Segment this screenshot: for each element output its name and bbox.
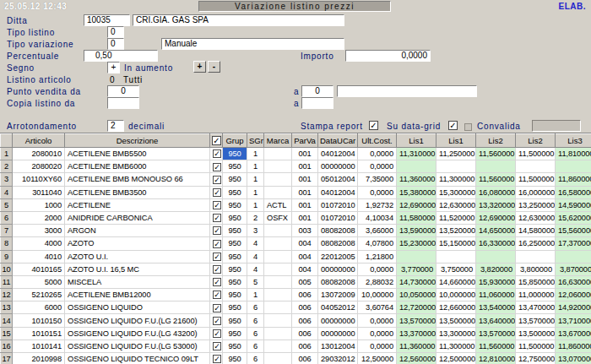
tipo-listino-field[interactable]: 0	[107, 26, 124, 38]
cell-lis1b[interactable]: 13,500000	[436, 314, 476, 327]
cell-sgr[interactable]: 6	[247, 314, 264, 327]
cell-lis2a[interactable]: 13,320000	[476, 198, 516, 211]
cell-lis1a[interactable]	[397, 250, 436, 263]
cell-lis1b[interactable]	[436, 160, 476, 173]
cell-lis3a[interactable]	[556, 250, 591, 263]
cell-marca[interactable]	[264, 263, 292, 275]
cell-lis2a[interactable]: 11,560000	[476, 173, 516, 186]
cell-articolo[interactable]: 1010141	[13, 340, 65, 352]
cell-articolo[interactable]: 6000	[13, 302, 65, 314]
cell-lis2a[interactable]: 16,080000	[476, 186, 516, 198]
cell-lis2a[interactable]: 14,650000	[476, 225, 516, 237]
cell-lis2b[interactable]: 11,500000	[516, 173, 556, 186]
cell-parva[interactable]: 004	[292, 263, 318, 275]
cell-data[interactable]: 08082008	[318, 225, 358, 237]
segno-plus-button[interactable]: +	[193, 61, 206, 73]
cell-ult[interactable]: 0,0000	[358, 314, 397, 327]
cell-ult[interactable]: 0,0000	[358, 263, 397, 275]
cell-lis1a[interactable]: 12,720000	[397, 302, 436, 314]
cell-marca[interactable]	[264, 353, 292, 364]
cell-lis1a[interactable]: 3,770000	[397, 263, 436, 275]
cell-desc[interactable]: AZOTO U.I.	[65, 250, 210, 263]
cell-chk[interactable]	[210, 160, 223, 173]
cell-grup[interactable]: 950	[223, 225, 247, 237]
cell-parva[interactable]: 004	[292, 237, 318, 250]
cell-desc[interactable]: ACETILENE BMB3500	[65, 186, 210, 198]
cell-lis3a[interactable]: 13,070000	[556, 353, 591, 364]
cell-parva[interactable]: 006	[292, 327, 318, 340]
cell-lis2b[interactable]: 3,800000	[516, 263, 556, 275]
cell-lis2b[interactable]: 11,000000	[516, 289, 556, 302]
cell-n[interactable]: 9	[1, 250, 13, 263]
cell-articolo[interactable]: 1000	[13, 198, 65, 211]
row-checkbox[interactable]	[213, 304, 221, 312]
cell-grup[interactable]: 950	[223, 327, 247, 340]
cell-lis2b[interactable]: 16,250000	[516, 237, 556, 250]
cell-marca[interactable]	[264, 275, 292, 288]
cell-grup[interactable]: 950	[223, 211, 247, 224]
cell-grup[interactable]: 950	[223, 302, 247, 314]
cell-desc[interactable]: ACETILENE BMB5500	[65, 148, 210, 160]
cell-lis2b[interactable]	[516, 250, 556, 263]
cell-sgr[interactable]: 1	[247, 148, 264, 160]
cell-lis2a[interactable]: 15,930000	[476, 275, 516, 288]
cell-ult[interactable]: 4,07800	[358, 237, 397, 250]
cell-desc[interactable]: OSSIGENO LIQUIDO F.U.(LG 21600)	[65, 314, 210, 327]
cell-parva[interactable]: 001	[292, 198, 318, 211]
cell-sgr[interactable]: 1	[247, 198, 264, 211]
cell-desc[interactable]: OSSIGENO LIQUIDO	[65, 302, 210, 314]
cell-desc[interactable]: ACETILENE BMB6000	[65, 160, 210, 173]
cell-lis2b[interactable]: 16,000000	[516, 186, 556, 198]
cell-ult[interactable]: 1,92732	[358, 198, 397, 211]
punto-vendita-desc-field[interactable]	[337, 85, 477, 97]
cell-marca[interactable]	[264, 225, 292, 237]
cell-lis2b[interactable]	[516, 160, 556, 173]
cell-ult[interactable]: 10,00000	[358, 289, 397, 302]
cell-lis3a[interactable]: 13,670000	[556, 327, 591, 340]
cell-n[interactable]: 14	[1, 314, 13, 327]
cell-lis1a[interactable]: 11,360000	[397, 340, 436, 352]
cell-data[interactable]: 29032012	[318, 353, 358, 364]
cell-lis1a[interactable]: 10,050000	[397, 289, 436, 302]
cell-n[interactable]: 12	[1, 289, 13, 302]
cell-data[interactable]: 00000000	[318, 160, 358, 173]
cell-ult[interactable]: 0,0000	[358, 160, 397, 173]
cell-lis3a[interactable]: 15,560000	[556, 225, 591, 237]
cell-chk[interactable]	[210, 148, 223, 160]
cell-lis2b[interactable]: 14,580000	[516, 225, 556, 237]
cell-lis3a[interactable]: 13,710000	[556, 314, 591, 327]
cell-marca[interactable]	[264, 250, 292, 263]
cell-data[interactable]: 08082008	[318, 275, 358, 288]
cell-sgr[interactable]: 4	[247, 263, 264, 275]
cell-grup[interactable]: 950	[223, 198, 247, 211]
cell-lis2b[interactable]: 13,570000	[516, 314, 556, 327]
punto-vendita-a-field[interactable]: 0	[301, 85, 333, 97]
segno-field[interactable]: +	[107, 62, 120, 73]
cell-lis3a[interactable]: 15,620000	[556, 211, 591, 224]
cell-grup[interactable]: 950	[223, 148, 247, 160]
cell-data[interactable]: 05012004	[318, 173, 358, 186]
cell-data[interactable]: 01072010	[318, 211, 358, 224]
cell-marca[interactable]	[264, 237, 292, 250]
cell-parva[interactable]: 003	[292, 225, 318, 237]
cell-grup[interactable]: 950	[223, 160, 247, 173]
cell-ult[interactable]: 7,35000	[358, 173, 397, 186]
cell-ult[interactable]: 4,10034	[358, 211, 397, 224]
row-checkbox[interactable]	[213, 176, 221, 184]
cell-data[interactable]: 04012004	[318, 148, 358, 160]
cell-chk[interactable]	[210, 314, 223, 327]
cell-lis3a[interactable]: 14,590000	[556, 198, 591, 211]
cell-articolo[interactable]: 1010151	[13, 327, 65, 340]
cell-grup[interactable]: 950	[223, 314, 247, 327]
cell-articolo[interactable]: 5210265	[13, 289, 65, 302]
cell-chk[interactable]	[210, 353, 223, 364]
row-checkbox[interactable]	[213, 163, 221, 171]
cell-lis3a[interactable]: 17,370000	[556, 237, 591, 250]
select-all-checkbox[interactable]	[212, 136, 221, 145]
cell-n[interactable]: 5	[1, 198, 13, 211]
row-checkbox[interactable]	[213, 149, 221, 158]
row-checkbox[interactable]	[213, 226, 221, 235]
cell-desc[interactable]: ANIDRIDE CARBONICA	[65, 211, 210, 224]
cell-data[interactable]: 01072010	[318, 198, 358, 211]
importo-field[interactable]: 0,0000	[345, 50, 431, 62]
